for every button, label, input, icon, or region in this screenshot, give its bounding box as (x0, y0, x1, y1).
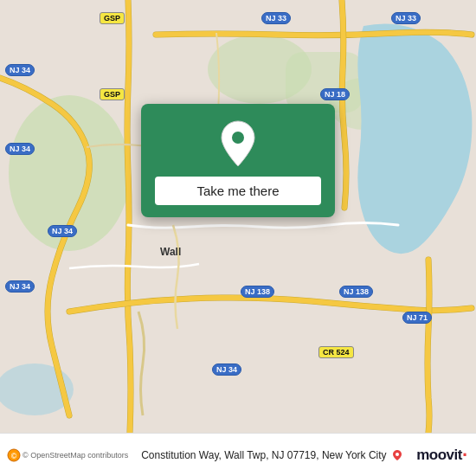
road-badge-cr524: CR 524 (318, 346, 354, 358)
road-badge-nj18: NJ 18 (320, 88, 350, 100)
road-badge-nj138-right: NJ 138 (339, 286, 373, 298)
location-pin-icon (217, 119, 259, 168)
moovit-dot: · (462, 446, 467, 465)
svg-text:Wall: Wall (160, 246, 181, 258)
road-badge-nj34-3: NJ 34 (48, 225, 77, 237)
road-badge-nj71: NJ 71 (402, 312, 432, 324)
svg-point-10 (396, 453, 399, 456)
road-badge-gsp-mid: GSP (100, 88, 125, 100)
footer-address: Constitution Way, Wall Twp, NJ 07719, Ne… (133, 448, 411, 462)
moovit-text: moovit (416, 447, 462, 464)
footer-attribution: © © OpenStreetMap contributors (7, 448, 128, 462)
take-me-there-button[interactable]: Take me there (155, 177, 321, 205)
road-badge-nj34-bottom: NJ 34 (212, 363, 241, 376)
osm-text: © OpenStreetMap contributors (23, 451, 128, 460)
road-badge-nj138-left: NJ 138 (241, 286, 274, 298)
road-badge-nj33-right: NJ 33 (391, 12, 421, 24)
road-badge-nj34-1: NJ 34 (5, 64, 35, 76)
popup-card: Take me there (141, 104, 335, 217)
address-text: Constitution Way, Wall Twp, NJ 07719, Ne… (141, 449, 386, 461)
road-badge-nj34-4: NJ 34 (5, 280, 35, 293)
road-badge-gsp-top: GSP (100, 12, 125, 24)
footer: © © OpenStreetMap contributors Constitut… (0, 433, 476, 476)
road-badge-nj33-left: NJ 33 (261, 12, 291, 24)
svg-text:©: © (11, 452, 17, 460)
osm-icon: © (7, 448, 21, 462)
location-pin-footer-icon (391, 449, 403, 461)
moovit-logo: moovit · (416, 446, 467, 465)
road-badge-nj34-2: NJ 34 (5, 143, 35, 155)
map-container: Wall GSP NJ 33 NJ 33 NJ 34 GSP NJ 18 NJ … (0, 0, 476, 433)
svg-point-7 (231, 131, 245, 145)
